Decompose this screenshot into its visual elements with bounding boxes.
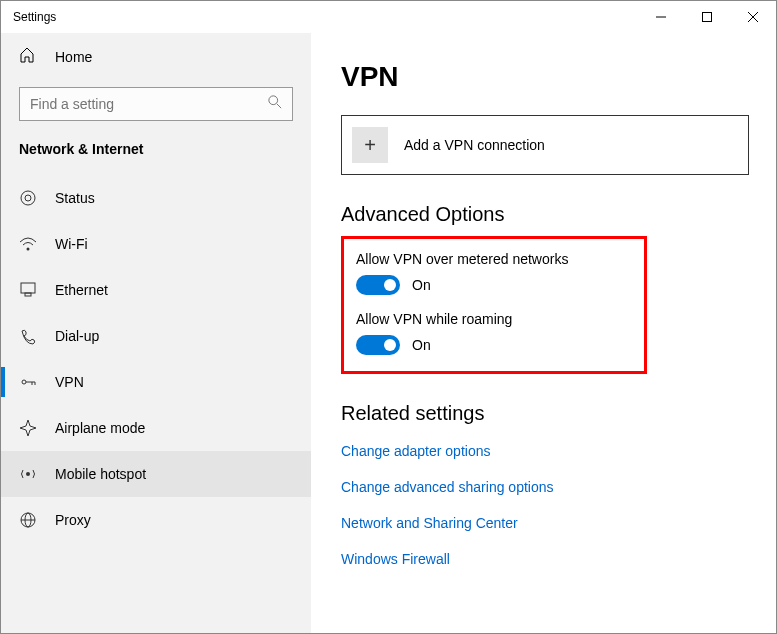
sidebar-item-airplane[interactable]: Airplane mode bbox=[1, 405, 311, 451]
svg-point-11 bbox=[22, 380, 26, 384]
svg-point-4 bbox=[269, 96, 278, 105]
proxy-icon bbox=[19, 511, 37, 529]
hotspot-icon bbox=[19, 465, 37, 483]
sidebar-item-ethernet[interactable]: Ethernet bbox=[1, 267, 311, 313]
home-icon bbox=[19, 47, 37, 67]
link-firewall[interactable]: Windows Firewall bbox=[341, 551, 746, 567]
sidebar: Home Network & Internet Status Wi-Fi Eth… bbox=[1, 33, 311, 633]
ethernet-icon bbox=[19, 281, 37, 299]
page-title: VPN bbox=[341, 61, 746, 93]
window-controls bbox=[638, 1, 776, 33]
plus-icon: + bbox=[352, 127, 388, 163]
main-content: VPN + Add a VPN connection Advanced Opti… bbox=[311, 33, 776, 633]
sidebar-item-proxy[interactable]: Proxy bbox=[1, 497, 311, 543]
toggle-metered-label: Allow VPN over metered networks bbox=[356, 251, 628, 267]
add-vpn-button[interactable]: + Add a VPN connection bbox=[341, 115, 749, 175]
sidebar-item-label: VPN bbox=[55, 374, 84, 390]
airplane-icon bbox=[19, 419, 37, 437]
sidebar-item-label: Status bbox=[55, 190, 95, 206]
search-icon bbox=[268, 95, 282, 113]
add-vpn-label: Add a VPN connection bbox=[404, 137, 545, 153]
svg-point-7 bbox=[25, 195, 31, 201]
home-label: Home bbox=[55, 49, 92, 65]
section-header: Network & Internet bbox=[1, 137, 311, 175]
link-network-center[interactable]: Network and Sharing Center bbox=[341, 515, 746, 531]
svg-point-15 bbox=[26, 472, 30, 476]
sidebar-item-label: Airplane mode bbox=[55, 420, 145, 436]
sidebar-item-label: Mobile hotspot bbox=[55, 466, 146, 482]
toggle-roaming-switch[interactable] bbox=[356, 335, 400, 355]
sidebar-item-label: Wi-Fi bbox=[55, 236, 88, 252]
vpn-icon bbox=[19, 373, 37, 391]
svg-rect-9 bbox=[21, 283, 35, 293]
advanced-heading: Advanced Options bbox=[341, 203, 746, 226]
dialup-icon bbox=[19, 327, 37, 345]
status-icon bbox=[19, 189, 37, 207]
toggle-metered-switch[interactable] bbox=[356, 275, 400, 295]
search-input[interactable] bbox=[30, 96, 268, 112]
wifi-icon bbox=[19, 235, 37, 253]
link-sharing[interactable]: Change advanced sharing options bbox=[341, 479, 746, 495]
svg-rect-1 bbox=[703, 13, 712, 22]
svg-line-5 bbox=[277, 104, 281, 108]
sidebar-item-status[interactable]: Status bbox=[1, 175, 311, 221]
svg-point-8 bbox=[27, 248, 30, 251]
link-adapter[interactable]: Change adapter options bbox=[341, 443, 746, 459]
sidebar-item-dialup[interactable]: Dial-up bbox=[1, 313, 311, 359]
svg-point-6 bbox=[21, 191, 35, 205]
toggle-roaming: Allow VPN while roaming On bbox=[356, 311, 628, 355]
toggle-roaming-state: On bbox=[412, 337, 431, 353]
sidebar-item-label: Proxy bbox=[55, 512, 91, 528]
minimize-button[interactable] bbox=[638, 1, 684, 33]
close-button[interactable] bbox=[730, 1, 776, 33]
sidebar-item-label: Dial-up bbox=[55, 328, 99, 344]
sidebar-item-label: Ethernet bbox=[55, 282, 108, 298]
window-title: Settings bbox=[13, 10, 56, 24]
maximize-button[interactable] bbox=[684, 1, 730, 33]
sidebar-item-wifi[interactable]: Wi-Fi bbox=[1, 221, 311, 267]
sidebar-item-vpn[interactable]: VPN bbox=[1, 359, 311, 405]
search-box[interactable] bbox=[19, 87, 293, 121]
svg-rect-10 bbox=[25, 293, 31, 296]
toggle-roaming-label: Allow VPN while roaming bbox=[356, 311, 628, 327]
toggle-metered-state: On bbox=[412, 277, 431, 293]
toggle-metered: Allow VPN over metered networks On bbox=[356, 251, 628, 295]
home-nav[interactable]: Home bbox=[1, 37, 311, 77]
related-heading: Related settings bbox=[341, 402, 746, 425]
highlight-box: Allow VPN over metered networks On Allow… bbox=[341, 236, 647, 374]
sidebar-item-hotspot[interactable]: Mobile hotspot bbox=[1, 451, 311, 497]
